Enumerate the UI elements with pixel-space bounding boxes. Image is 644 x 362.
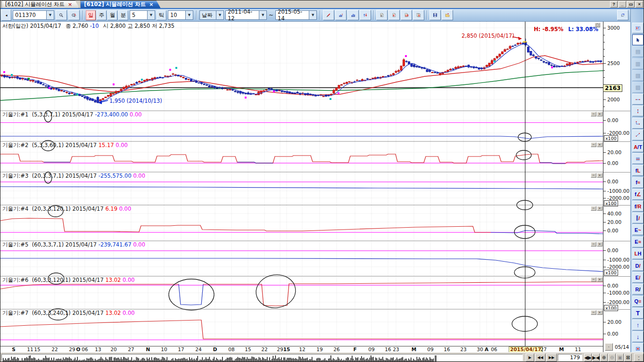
new-chart-icon[interactable]: D bbox=[376, 10, 388, 20]
chevron-down-icon[interactable]: ▼ bbox=[185, 11, 193, 19]
arrow-up-tool-icon[interactable]: ↑ bbox=[632, 320, 644, 330]
minimize-button[interactable]: _ bbox=[619, 1, 626, 8]
help-button[interactable]: ? bbox=[610, 1, 618, 8]
goto-end-button[interactable]: ▶◀ bbox=[592, 354, 600, 362]
auto-trendline-tool-icon[interactable]: A/T bbox=[632, 141, 644, 152]
chevron-down-icon[interactable]: ▼ bbox=[46, 11, 54, 19]
chart-recall-icon[interactable]: GR bbox=[401, 10, 412, 20]
d-pattern-tool-icon[interactable]: D/ bbox=[632, 260, 644, 271]
panel-1-close-button[interactable]: × bbox=[597, 112, 603, 116]
zoom-in-button[interactable]: ⊕ bbox=[600, 354, 608, 362]
main-panel-menu-button[interactable]: □ bbox=[594, 23, 600, 27]
x-tick-D: D bbox=[213, 346, 217, 352]
chart-scrollbar[interactable] bbox=[1, 354, 523, 361]
period-button-월[interactable]: 월 bbox=[107, 10, 117, 20]
horizontal-lines-tool-icon[interactable] bbox=[632, 153, 644, 164]
cursor-tool-icon[interactable] bbox=[632, 34, 644, 45]
arrow-down-tool-icon[interactable]: ↓ bbox=[632, 331, 644, 342]
segment-horizontal-tool-icon[interactable] bbox=[632, 94, 644, 105]
panel-1-minimize-button[interactable]: − bbox=[591, 112, 596, 116]
chart-area[interactable]: 서한(일간) 2015/04/17종 2,760 -10시 2,800 고 2,… bbox=[0, 22, 603, 352]
rewind-button[interactable]: ◀◀ bbox=[535, 354, 545, 362]
fit-button[interactable]: ▣ bbox=[616, 354, 624, 362]
elliott-wave-tool-icon[interactable]: E~ bbox=[632, 224, 644, 235]
chevron-down-icon[interactable]: ▼ bbox=[259, 11, 266, 19]
chevron-down-icon[interactable]: ▼ bbox=[147, 11, 155, 19]
tick-button[interactable]: 틱 bbox=[157, 10, 166, 20]
zoom-out-button[interactable]: ⊖ bbox=[608, 354, 616, 362]
draw-tool-b-icon[interactable]: ▥ bbox=[632, 58, 644, 69]
minute-combo[interactable]: 5 ▼ bbox=[130, 10, 155, 20]
chevron-down-icon[interactable]: ▼ bbox=[216, 11, 223, 19]
panel-4-minimize-button[interactable]: − bbox=[591, 206, 596, 211]
quote-list-tool-icon[interactable]: Q≡ bbox=[632, 296, 644, 307]
chart-canvas[interactable] bbox=[0, 22, 603, 352]
tab-close-icon[interactable]: × bbox=[149, 1, 153, 8]
save-icon[interactable] bbox=[429, 10, 441, 20]
chart-style-tool-icon[interactable] bbox=[632, 23, 644, 33]
tab-simulation-chart-1[interactable]: [6102] 시뮬레이션 차트 × bbox=[1, 0, 79, 8]
segment-corner-tool-icon[interactable] bbox=[632, 118, 644, 129]
fibo-retracement-tool-icon[interactable]: f/R bbox=[632, 201, 644, 212]
period-button-주[interactable]: 주 bbox=[97, 10, 107, 20]
toolbar-scroll-left-icon[interactable]: ◂ bbox=[1, 9, 11, 21]
date-from-combo[interactable]: 2011-04-12 ▼ bbox=[225, 10, 267, 20]
panel-3-close-button[interactable]: × bbox=[597, 173, 603, 178]
panel-7-close-button[interactable]: × bbox=[597, 310, 603, 315]
open-folder-icon[interactable] bbox=[442, 10, 453, 20]
tick-combo[interactable]: 10 ▼ bbox=[168, 10, 193, 20]
draw-tool-d-icon[interactable]: ▨ bbox=[632, 82, 644, 93]
fibo-line-tool-icon[interactable]: fL bbox=[632, 165, 644, 176]
parallel-lines-tool-icon[interactable]: ∥/ bbox=[632, 213, 644, 223]
stock-code-combo[interactable]: 011370 ▼ bbox=[13, 10, 54, 20]
elliott-wave2-tool-icon[interactable]: E≈ bbox=[632, 237, 644, 247]
sort-updown-icon[interactable] bbox=[360, 10, 371, 20]
edit-indicator-icon[interactable] bbox=[323, 10, 334, 20]
panel-3-minimize-button[interactable]: − bbox=[591, 173, 596, 178]
draw-tool-c-icon[interactable]: ▧ bbox=[632, 70, 644, 81]
fast-forward-button[interactable]: ▶▶ bbox=[546, 354, 557, 362]
e-pattern-tool-icon[interactable]: E/ bbox=[632, 272, 644, 283]
panel-7-minimize-button[interactable]: − bbox=[591, 310, 596, 315]
restore-button[interactable]: ▭ bbox=[627, 1, 635, 8]
date-to-combo[interactable]: 2015-05-14 ▼ bbox=[275, 10, 317, 20]
span-buttons[interactable]: ◀▶ bbox=[584, 354, 592, 362]
panel-5-close-button[interactable]: × bbox=[597, 242, 603, 247]
r-pattern-tool-icon[interactable]: R/ bbox=[632, 284, 644, 295]
search-icon[interactable] bbox=[56, 10, 67, 20]
chevron-down-icon[interactable]: ▼ bbox=[309, 11, 316, 19]
draw-tool-a-icon[interactable]: ▤ bbox=[632, 46, 644, 57]
tab-close-icon[interactable]: × bbox=[68, 1, 72, 8]
reset-chart-icon[interactable]: R bbox=[388, 10, 400, 20]
low-high-tool-icon[interactable]: LH bbox=[632, 248, 644, 259]
date-mode-combo[interactable]: 날짜 ▼ bbox=[199, 10, 224, 20]
panel-2-close-button[interactable]: × bbox=[597, 142, 603, 147]
collapse-chevron-icon[interactable]: ⌄⌄ bbox=[634, 354, 644, 362]
play-button[interactable]: ▶ bbox=[526, 354, 534, 362]
text-tool-icon[interactable]: T bbox=[632, 308, 644, 319]
copy-chart-icon[interactable]: B bbox=[413, 10, 424, 20]
segment-diagonal-tool-icon[interactable] bbox=[632, 130, 644, 140]
indicator-alert-icon[interactable]: ! bbox=[335, 10, 347, 20]
fibo-curve-tool-icon[interactable]: f≈ bbox=[632, 177, 644, 188]
volume-bars-icon[interactable] bbox=[347, 10, 359, 20]
panel-6-minimize-button[interactable]: − bbox=[591, 277, 596, 282]
bar-count-input[interactable] bbox=[558, 354, 582, 361]
tab-simulation-chart-2[interactable]: [6102] 시뮬레이션 차트 × bbox=[80, 0, 160, 8]
x-axis: 2015/04/17 S11152229O06132027N101724D081… bbox=[0, 346, 603, 352]
stock-search-icon[interactable] bbox=[68, 10, 80, 20]
panel-4-close-button[interactable]: × bbox=[597, 206, 603, 211]
period-button-분[interactable]: 분 bbox=[118, 10, 128, 20]
close-view-button[interactable]: ⊠ bbox=[624, 354, 632, 362]
axis-zoom-icon[interactable] bbox=[605, 343, 613, 351]
indicator-label-1: 기울기:#1 (5,3,3,7,1) 2015/04/17 -273,400.0… bbox=[2, 111, 142, 118]
segment-vertical-tool-icon[interactable] bbox=[632, 106, 644, 116]
fibo-fan-tool-icon[interactable]: f∠ bbox=[632, 189, 644, 200]
period-button-일[interactable]: 일 bbox=[86, 10, 96, 20]
close-value: 2,760 bbox=[73, 23, 88, 29]
panel-6-close-button[interactable]: × bbox=[597, 277, 603, 282]
panel-5-minimize-button[interactable]: − bbox=[591, 242, 596, 247]
close-button[interactable]: × bbox=[636, 1, 643, 8]
refresh-icon[interactable] bbox=[617, 10, 628, 20]
panel-2-minimize-button[interactable]: − bbox=[591, 142, 596, 147]
